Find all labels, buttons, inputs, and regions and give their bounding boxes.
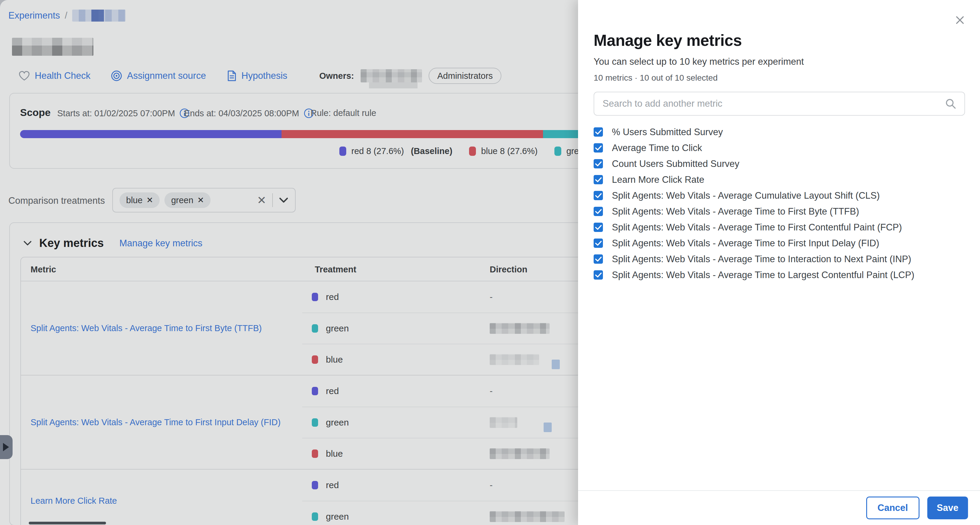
metric-checklist-item[interactable]: Split Agents: Web Vitals - Average Cumul… — [593, 188, 968, 203]
close-icon — [955, 15, 965, 25]
metric-label: Split Agents: Web Vitals - Average Cumul… — [612, 190, 880, 201]
search-icon — [945, 98, 957, 110]
checkbox-checked-icon[interactable] — [593, 128, 603, 137]
checkbox-checked-icon[interactable] — [593, 223, 603, 232]
save-button[interactable]: Save — [927, 496, 968, 519]
selection-summary: 10 metrics · 10 out of 10 selected — [593, 73, 718, 83]
metric-checklist-item[interactable]: % Users Submitted Survey — [593, 124, 968, 140]
metric-checklist-item[interactable]: Split Agents: Web Vitals - Average Time … — [593, 267, 968, 283]
metric-label: Count Users Submitted Survey — [612, 158, 740, 169]
checkbox-checked-icon[interactable] — [593, 159, 603, 168]
drawer-title: Manage key metrics — [593, 31, 742, 49]
drawer-subtitle: You can select up to 10 key metrics per … — [593, 56, 804, 67]
metric-label: % Users Submitted Survey — [612, 127, 723, 137]
metric-checklist-item[interactable]: Split Agents: Web Vitals - Average Time … — [593, 251, 968, 267]
checkbox-checked-icon[interactable] — [593, 207, 603, 216]
metric-checklist-item[interactable]: Learn More Click Rate — [593, 172, 968, 188]
manage-key-metrics-drawer: Manage key metrics You can select up to … — [578, 0, 980, 525]
metric-checklist-item[interactable]: Split Agents: Web Vitals - Average Time … — [593, 203, 968, 219]
metric-label: Split Agents: Web Vitals - Average Time … — [612, 254, 911, 265]
metric-checklist-item[interactable]: Count Users Submitted Survey — [593, 156, 968, 172]
checkbox-checked-icon[interactable] — [593, 239, 603, 248]
checkbox-checked-icon[interactable] — [593, 191, 603, 200]
checkbox-checked-icon[interactable] — [593, 175, 603, 184]
drawer-footer: Cancel Save — [578, 490, 980, 525]
metric-label: Split Agents: Web Vitals - Average Time … — [612, 206, 859, 217]
close-button[interactable] — [953, 13, 967, 27]
cancel-button[interactable]: Cancel — [866, 496, 920, 519]
metric-search-input[interactable] — [602, 98, 945, 109]
metric-checklist-item[interactable]: Split Agents: Web Vitals - Average Time … — [593, 219, 968, 235]
metric-label: Average Time to Click — [612, 143, 702, 153]
metric-checklist-item[interactable]: Average Time to Click — [593, 140, 968, 156]
checkbox-checked-icon[interactable] — [593, 270, 603, 279]
checkbox-checked-icon[interactable] — [593, 254, 603, 264]
metric-checklist-item[interactable]: Split Agents: Web Vitals - Average Time … — [593, 235, 968, 251]
metric-label: Learn More Click Rate — [612, 174, 704, 185]
metric-label: Split Agents: Web Vitals - Average Time … — [612, 222, 902, 233]
metric-label: Split Agents: Web Vitals - Average Time … — [612, 270, 915, 281]
checkbox-checked-icon[interactable] — [593, 143, 603, 153]
metric-search-box — [593, 92, 965, 116]
metric-checklist: % Users Submitted Survey Average Time to… — [593, 124, 968, 283]
metric-label: Split Agents: Web Vitals - Average Time … — [612, 238, 879, 249]
